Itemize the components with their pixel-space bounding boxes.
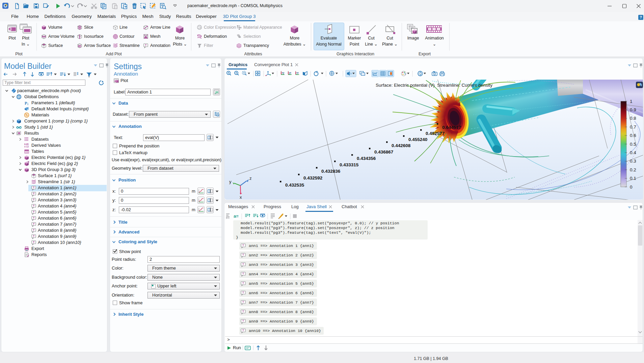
svg-text:x: x [240, 195, 242, 200]
svg-text:Surface: Electric potential (V: Surface: Electric potential (V) Streamli… [376, 83, 492, 88]
svg-text:0.6: 0.6 [630, 133, 636, 138]
svg-text:0.432836: 0.432836 [321, 169, 341, 174]
svg-text:0.9: 0.9 [630, 107, 636, 112]
svg-text:1: 1 [630, 99, 633, 104]
svg-text:¡: ¡ [27, 102, 28, 105]
svg-text:8.85: 8.85 [24, 143, 29, 145]
svg-text:0.8: 0.8 [630, 116, 636, 121]
svg-text:a=: a= [234, 214, 239, 219]
svg-text:y: y [229, 179, 232, 184]
svg-text:0: 0 [630, 185, 633, 190]
svg-text:0.4: 0.4 [630, 150, 636, 155]
svg-text:0.434356: 0.434356 [357, 156, 376, 161]
svg-text:z: z [249, 176, 252, 181]
svg-text:0.5: 0.5 [630, 142, 636, 147]
svg-text:xz: xz [296, 72, 299, 74]
svg-text:0.2: 0.2 [630, 167, 636, 172]
svg-text:0.432592: 0.432592 [303, 175, 322, 180]
svg-text:P: P [25, 101, 27, 106]
svg-text:0.455240: 0.455240 [408, 137, 427, 142]
svg-text:0.7: 0.7 [630, 124, 636, 130]
svg-text:yz: yz [289, 72, 292, 74]
svg-text:0.492577: 0.492577 [426, 131, 445, 136]
svg-text:0.1: 0.1 [630, 176, 636, 181]
svg-text:xy: xy [282, 72, 285, 74]
svg-text:0.644517: 0.644517 [442, 125, 461, 130]
svg-text:0.436867: 0.436867 [374, 149, 393, 155]
svg-text:0.3: 0.3 [630, 159, 636, 164]
svg-text:0.432535: 0.432535 [285, 183, 304, 188]
svg-text:0.442608: 0.442608 [392, 143, 411, 148]
svg-text:e-12: e-12 [24, 145, 29, 148]
svg-text:0.433315: 0.433315 [340, 162, 359, 167]
